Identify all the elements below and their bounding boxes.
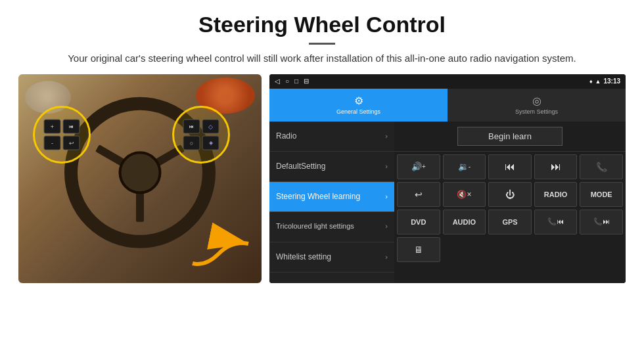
chevron-right-icon: › bbox=[385, 222, 388, 231]
content-area: + ⏮ - ↩ ⏭ ◇ ○ ◈ bbox=[0, 74, 644, 290]
media-button[interactable]: 🖥 bbox=[397, 237, 440, 262]
status-bar: ◁ ○ □ ⊟ ♦ ▲ 13:13 bbox=[269, 74, 626, 89]
mute-button[interactable]: 🔇× bbox=[443, 182, 486, 207]
tel-prev-button[interactable]: 📞⏮ bbox=[534, 210, 578, 235]
tab-general-label: General Settings bbox=[336, 108, 380, 115]
left-button-group: + ⏮ - ↩ bbox=[33, 106, 91, 164]
next-track-button[interactable]: ⏭ bbox=[534, 154, 578, 179]
statusbar-time: 13:13 bbox=[603, 78, 620, 85]
vol-up-button[interactable]: 🔊+ bbox=[397, 154, 440, 179]
wifi-icon: ▲ bbox=[595, 78, 601, 85]
menu-item-radio[interactable]: Radio › bbox=[269, 122, 394, 152]
audio-button[interactable]: AUDIO bbox=[443, 210, 486, 235]
title-divider bbox=[309, 43, 335, 45]
recents-icon[interactable]: □ bbox=[294, 78, 298, 85]
begin-learn-button[interactable]: Begin learn bbox=[457, 127, 563, 146]
page-subtitle: Your original car's steering wheel contr… bbox=[53, 51, 591, 66]
radio-button[interactable]: RADIO bbox=[534, 182, 578, 207]
statusbar-left-icons: ◁ ○ □ ⊟ bbox=[275, 78, 309, 85]
nav-tabs: ⚙ General Settings ◎ System Settings bbox=[269, 89, 626, 122]
arrow-icon bbox=[186, 217, 258, 273]
mode-button[interactable]: MODE bbox=[580, 182, 623, 207]
button-row-2: ↩ 🔇× ⏻ RADIO MODE bbox=[394, 181, 626, 208]
screenshot-icon[interactable]: ⊟ bbox=[304, 78, 309, 85]
tel-next-button[interactable]: 📞⏭ bbox=[580, 210, 623, 235]
tab-general-settings[interactable]: ⚙ General Settings bbox=[269, 89, 448, 122]
menu-list: Radio › DefaultSetting › Steering Wheel … bbox=[269, 122, 394, 283]
dvd-button[interactable]: DVD bbox=[397, 210, 440, 235]
gps-button[interactable]: GPS bbox=[488, 210, 532, 235]
home-icon[interactable]: ○ bbox=[285, 78, 289, 85]
phone-button[interactable]: 📞 bbox=[580, 154, 623, 179]
menu-item-tricolour[interactable]: Tricoloured light settings › bbox=[269, 212, 394, 242]
menu-item-steering[interactable]: Steering Wheel learning › bbox=[269, 182, 394, 212]
system-icon: ◎ bbox=[532, 95, 541, 107]
location-icon: ♦ bbox=[589, 78, 593, 85]
begin-learn-row: Begin learn bbox=[394, 122, 626, 152]
chevron-right-icon: › bbox=[385, 192, 388, 200]
menu-item-default[interactable]: DefaultSetting › bbox=[269, 152, 394, 182]
steering-wheel-section: + ⏮ - ↩ ⏭ ◇ ○ ◈ bbox=[18, 74, 262, 283]
page-header: Steering Wheel Control Your original car… bbox=[0, 0, 644, 74]
button-row-3: DVD AUDIO GPS 📞⏮ 📞⏭ bbox=[394, 208, 626, 236]
android-screen: ◁ ○ □ ⊟ ♦ ▲ 13:13 ⚙ General Settings ◎ S… bbox=[269, 74, 626, 283]
chevron-right-icon: › bbox=[385, 162, 388, 170]
button-row-1: 🔊+ 🔉- ⏮ ⏭ 📞 bbox=[394, 152, 626, 181]
right-button-group: ⏭ ◇ ○ ◈ bbox=[172, 106, 230, 164]
chevron-right-icon: › bbox=[385, 253, 388, 261]
menu-item-whitelist[interactable]: Whitelist setting › bbox=[269, 242, 394, 273]
back-icon[interactable]: ◁ bbox=[275, 78, 280, 85]
gear-icon: ⚙ bbox=[354, 95, 363, 107]
statusbar-right: ♦ ▲ 13:13 bbox=[589, 78, 620, 85]
settings-body: Radio › DefaultSetting › Steering Wheel … bbox=[269, 122, 626, 283]
right-panel: Begin learn 🔊+ 🔉- ⏮ ⏭ 📞 ↩ 🔇× ⏻ RADIO MOD bbox=[394, 122, 626, 283]
tab-system-label: System Settings bbox=[515, 108, 558, 115]
hook-button[interactable]: ↩ bbox=[397, 182, 440, 207]
prev-track-button[interactable]: ⏮ bbox=[488, 154, 532, 179]
page-title: Steering Wheel Control bbox=[39, 12, 605, 37]
chevron-right-icon: › bbox=[385, 132, 388, 140]
vol-down-button[interactable]: 🔉- bbox=[443, 154, 486, 179]
button-row-4: 🖥 bbox=[394, 236, 626, 263]
power-button[interactable]: ⏻ bbox=[488, 182, 532, 207]
tab-system-settings[interactable]: ◎ System Settings bbox=[448, 89, 626, 122]
